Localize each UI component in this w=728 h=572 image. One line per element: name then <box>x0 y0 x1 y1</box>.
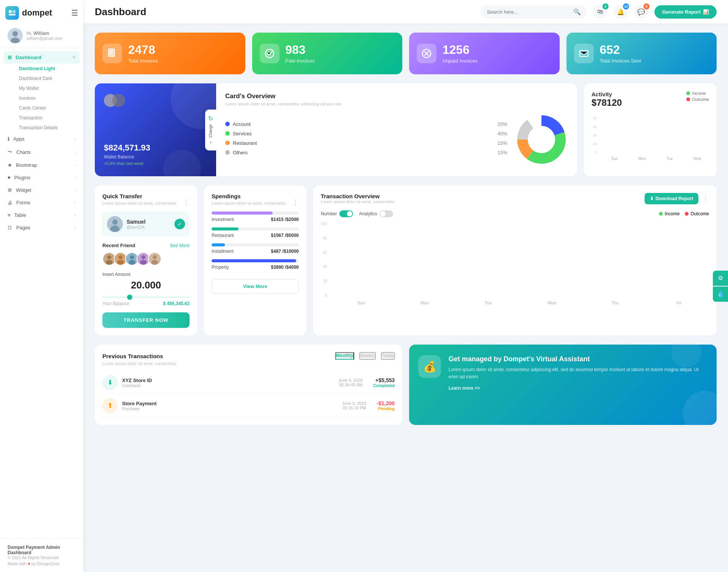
tx-bar-x-labels: Sun Mon Tue Wed Thu Fri <box>331 301 709 305</box>
spend-label-property: Property <box>212 265 229 270</box>
prev-tx-title: Previous Transactions <box>102 353 163 359</box>
balance-value: $ 456,345.62 <box>163 301 190 306</box>
message-button[interactable]: 💬 5 <box>634 5 648 19</box>
svg-point-27 <box>117 260 124 265</box>
search-input[interactable] <box>487 9 570 15</box>
notification-badge: 12 <box>623 3 629 9</box>
chevron-right-icon: › <box>75 150 76 154</box>
generate-report-button[interactable]: Generate Report 📊 <box>654 5 717 19</box>
more-options-icon[interactable]: ⋮ <box>183 198 190 207</box>
number-toggle-group: Number <box>321 210 353 217</box>
subnav-invoices[interactable]: Invoices <box>11 93 83 103</box>
va-learn-more-link[interactable]: Learn more >> <box>449 386 480 391</box>
user-greeting: Hi, William <box>27 31 62 36</box>
tx-date: June 4, 2020 05:34:45 AM <box>339 378 363 387</box>
svg-point-33 <box>140 260 147 265</box>
dashboard-submenu: Dashboard Light Dashboard Dark My Wallet… <box>0 64 83 133</box>
overview-legends: Account 20% Services 40% Restaurant 15% <box>225 121 507 159</box>
sidebar-item-bootstrap[interactable]: ★ Bootstrap › <box>0 159 83 171</box>
tx-overview-subtitle: Lorem ipsum dolor sit amet, consectetur <box>321 199 395 204</box>
analytics-toggle-group: Analytics <box>359 210 393 217</box>
view-more-button[interactable]: View More <box>212 279 299 294</box>
user-name: William <box>33 31 49 36</box>
subnav-transaction-details[interactable]: Transaction Details <box>11 123 83 133</box>
spendings-title: Spendings <box>212 193 286 199</box>
sidebar-item-table[interactable]: ≡ Table › <box>0 209 83 221</box>
subnav-dashboard-light[interactable]: Dashboard Light <box>11 64 83 74</box>
logo-icon <box>5 6 19 20</box>
chevron-right-icon: › <box>75 226 76 230</box>
stat-card-paid-invoices: 983 Paid Invoices <box>252 33 403 74</box>
cart-button[interactable]: 🛍 2 <box>593 5 607 19</box>
subnav-cards-center[interactable]: Cards Center <box>11 103 83 113</box>
subnav-transaction[interactable]: Transaction <box>11 113 83 123</box>
analytics-toggle[interactable] <box>380 210 393 217</box>
user-profile: Hi, William william@gmail.com <box>0 24 83 48</box>
wallet-label: Wallet Balance <box>104 154 207 160</box>
subnav-dashboard-dark[interactable]: Dashboard Dark <box>11 74 83 83</box>
sidebar-item-dashboard[interactable]: ⊞ Dashboard ▼ <box>4 51 80 64</box>
legend-account: Account 20% <box>225 121 507 127</box>
sidebar-item-label: Forms <box>16 200 30 205</box>
gear-icon: ⚙ <box>8 187 12 193</box>
sidebar-item-label: Widget <box>16 187 31 193</box>
svg-point-4 <box>13 31 18 36</box>
sent-invoices-icon <box>574 44 594 63</box>
tx-more-icon[interactable]: ⋮ <box>702 194 709 203</box>
transfer-now-button[interactable]: TRANSFER NOW <box>102 312 190 328</box>
income-label: Income <box>692 91 706 96</box>
chevron-down-icon: ▾ <box>210 140 212 145</box>
footer-made: Made with ♥ by DesignZone <box>8 561 76 566</box>
subnav-my-wallet[interactable]: My Wallet <box>11 83 83 93</box>
paid-invoices-number: 983 <box>286 43 315 56</box>
spend-val-restaurant: $1567 /$5000 <box>271 233 299 238</box>
forms-icon: 🖨 <box>8 200 13 205</box>
chevron-right-icon: › <box>75 163 76 167</box>
unpaid-invoices-label: Unpaid Invoices <box>442 58 478 64</box>
chart-bar-icon: 📊 <box>703 9 709 15</box>
stat-card-unpaid-invoices: 1256 Unpaid Invoices <box>409 33 560 74</box>
insert-amount-label: Insert Amount <box>102 272 190 277</box>
number-toggle[interactable] <box>339 210 353 217</box>
water-float-button[interactable]: 💧 <box>713 287 728 302</box>
settings-float-button[interactable]: ⚙ <box>713 271 728 286</box>
sidebar-item-plugins[interactable]: ♥ Plugins › <box>0 171 83 184</box>
sidebar-item-apps[interactable]: ℹ Apps › <box>0 133 83 145</box>
svg-point-26 <box>119 255 123 259</box>
sidebar-item-label: Charts <box>16 149 31 155</box>
sidebar-item-widget[interactable]: ⚙ Widget › <box>0 184 83 196</box>
download-icon: ⬇ <box>650 196 654 201</box>
chevron-right-icon: › <box>75 213 76 217</box>
sidebar-item-label: Pages <box>16 225 30 230</box>
toggle-analytics-label: Analytics <box>359 211 377 216</box>
avatar <box>8 28 23 43</box>
tx-type: Cashback <box>122 383 152 388</box>
spend-val-investment: $1415 /$2000 <box>271 217 299 222</box>
tab-today[interactable]: Today <box>381 352 395 360</box>
amount-slider[interactable] <box>102 296 190 298</box>
tx-name: XYZ Store ID <box>122 378 152 383</box>
tab-monthly[interactable]: Monthly <box>335 352 354 360</box>
chevron-right-icon: › <box>75 137 76 141</box>
hamburger-icon[interactable]: ☰ <box>71 8 78 17</box>
sent-invoices-label: Total Invoices Sent <box>600 58 641 64</box>
change-button[interactable]: ↻ Change ▾ <box>205 109 216 150</box>
tab-weekly[interactable]: Weekly <box>359 352 376 360</box>
svg-point-20 <box>112 219 118 225</box>
download-report-button[interactable]: ⬇ Download Report <box>645 193 698 204</box>
tx-info: Store Payment Purchase <box>122 401 157 411</box>
spending-restaurant: Restaurant $1567 /$5000 <box>212 227 299 238</box>
transfer-amount-display: 20.000 <box>102 279 190 291</box>
legend-services: Services 40% <box>225 131 507 136</box>
spendings-more-icon[interactable]: ⋮ <box>292 198 299 207</box>
chevron-down-icon: ▼ <box>72 55 76 60</box>
sidebar-item-pages[interactable]: 🗋 Pages › <box>0 221 83 234</box>
notification-button[interactable]: 🔔 12 <box>613 5 628 19</box>
see-more-link[interactable]: See More <box>170 243 190 248</box>
search-box: 🔍 <box>481 5 587 19</box>
tx-type-icon: ⬆ <box>102 398 118 413</box>
user-email: william@gmail.com <box>27 36 62 41</box>
change-btn-label: Change <box>209 124 213 137</box>
sidebar-item-charts[interactable]: 〜 Charts › <box>0 145 83 159</box>
sidebar-item-forms[interactable]: 🖨 Forms › <box>0 196 83 209</box>
